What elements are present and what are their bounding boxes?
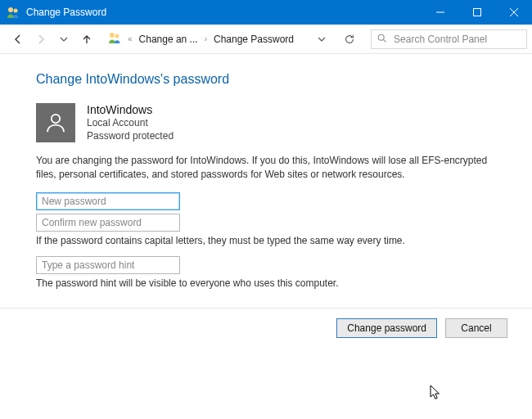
refresh-button[interactable] (338, 29, 361, 49)
cancel-button[interactable]: Cancel (445, 318, 507, 338)
user-block: IntoWindows Local Account Password prote… (36, 103, 496, 142)
svg-point-7 (115, 34, 119, 38)
user-name: IntoWindows (87, 103, 174, 116)
hint-helper-text: The password hint will be visible to eve… (36, 277, 496, 289)
user-info: IntoWindows Local Account Password prote… (87, 103, 174, 142)
search-box[interactable] (371, 29, 527, 49)
chevron-left-icon: « (126, 34, 134, 43)
svg-point-8 (378, 34, 384, 40)
maximize-button[interactable] (458, 0, 495, 25)
user-accounts-icon (108, 31, 121, 47)
svg-point-10 (52, 115, 61, 124)
user-password-status: Password protected (87, 129, 174, 142)
recent-locations-dropdown[interactable] (54, 29, 74, 49)
search-icon (376, 33, 387, 46)
footer-actions: Change password Cancel (0, 308, 532, 338)
window-title: Change Password (26, 7, 106, 18)
up-button[interactable] (77, 29, 97, 49)
user-account-type: Local Account (87, 116, 174, 129)
chevron-right-icon: › (203, 34, 209, 43)
explanation-text: You are changing the password for IntoWi… (36, 154, 496, 180)
back-button[interactable] (8, 29, 28, 49)
avatar (36, 103, 75, 142)
mouse-cursor-icon (430, 385, 443, 403)
minimize-button[interactable] (422, 0, 458, 25)
svg-rect-3 (473, 9, 480, 16)
user-accounts-icon (7, 6, 20, 19)
nav-toolbar: « Change an ... › Change Password (0, 25, 532, 54)
breadcrumb-segment[interactable]: Change Password (214, 34, 294, 45)
caps-helper-text: If the password contains capital letters… (36, 235, 496, 246)
content-area: Change IntoWindows's password IntoWindow… (0, 54, 532, 297)
svg-point-0 (8, 7, 13, 12)
svg-point-6 (110, 33, 115, 38)
breadcrumb-dropdown[interactable] (313, 31, 330, 47)
new-password-field[interactable] (36, 192, 180, 210)
svg-point-1 (14, 9, 18, 13)
window-titlebar: Change Password (0, 0, 532, 25)
breadcrumb-segment[interactable]: Change an ... (139, 34, 198, 45)
svg-line-9 (383, 39, 385, 42)
password-hint-field[interactable] (36, 256, 180, 274)
forward-button[interactable] (31, 29, 51, 49)
close-button[interactable] (495, 0, 532, 25)
page-title: Change IntoWindows's password (36, 72, 496, 87)
search-input[interactable] (392, 33, 521, 46)
change-password-button[interactable]: Change password (336, 318, 437, 338)
breadcrumb[interactable]: « Change an ... › Change Password (108, 31, 294, 47)
confirm-password-field[interactable] (36, 214, 180, 232)
